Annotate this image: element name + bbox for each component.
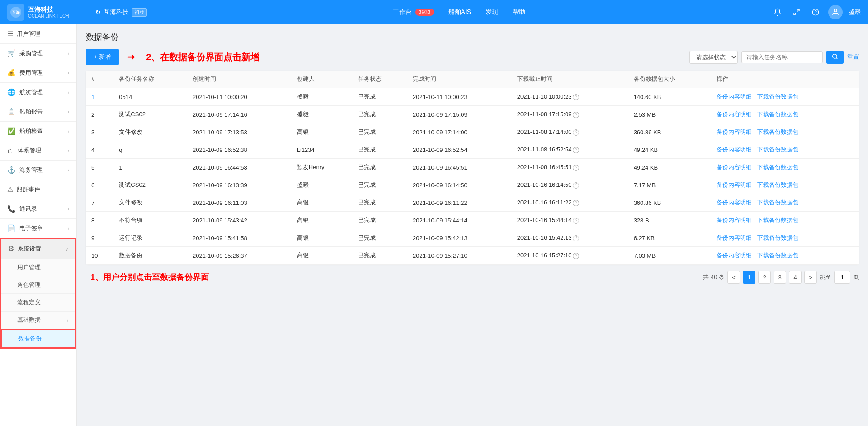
action-detail[interactable]: 备份内容明细 (717, 110, 752, 118)
status-select[interactable]: 请选择状态 (689, 51, 738, 64)
action-download[interactable]: 下载备份数据包 (757, 163, 798, 171)
add-button[interactable]: + 新增 (86, 49, 119, 65)
action-download[interactable]: 下载备份数据包 (757, 128, 798, 136)
table-row: 9 运行记录 2021-10-09 15:41:58 高银 已完成 2021-1… (86, 229, 859, 247)
sidebar-item-report[interactable]: 📋 船舶报告 › (0, 102, 76, 122)
finance-chevron: › (68, 71, 69, 76)
info-icon[interactable]: ? (573, 112, 579, 118)
sidebar-sub-role-mgmt[interactable]: 角色管理 (1, 276, 75, 294)
info-icon[interactable]: ? (573, 129, 579, 136)
user-avatar[interactable] (828, 5, 843, 19)
cell-name: 数据备份 (113, 247, 187, 265)
action-detail[interactable]: 备份内容明细 (717, 251, 752, 260)
info-icon[interactable]: ? (573, 253, 579, 259)
main-content: 数据备份 + 新增 ➜ 2、在数据备份界面点击新增 请选择状态 重置 (77, 24, 868, 426)
sidebar-item-purchase[interactable]: 🛒 采购管理 › (0, 44, 76, 63)
action-download[interactable]: 下载备份数据包 (757, 181, 798, 189)
info-icon[interactable]: ? (573, 147, 579, 153)
nav-workbench[interactable]: 工作台 3933 (393, 8, 434, 16)
info-icon[interactable]: ? (573, 94, 579, 100)
sidebar-sub-data-backup[interactable]: 数据备份 (1, 329, 75, 348)
cell-name: 不符合项 (113, 212, 187, 229)
nav-discover[interactable]: 发现 (486, 8, 498, 16)
action-detail[interactable]: 备份内容明细 (717, 216, 752, 224)
cell-status: 已完成 (353, 247, 407, 265)
action-download[interactable]: 下载备份数据包 (757, 251, 798, 260)
sidebar-item-top[interactable]: ☰ 用户管理 (0, 24, 76, 44)
svg-text:互海: 互海 (12, 10, 20, 15)
sidebar-item-esign[interactable]: 📄 电子签章 › (0, 219, 76, 238)
cell-id: 3 (86, 123, 113, 141)
sidebar-left: 🗂 体系管理 (7, 147, 41, 155)
sidebar-left: ⚓ 海务管理 (7, 166, 43, 174)
action-detail[interactable]: 备份内容明细 (717, 93, 752, 101)
sidebar-item-settings[interactable]: ⚙ 系统设置 ∨ (1, 239, 75, 259)
cell-deadline: 2021-11-08 16:52:54? (512, 141, 628, 159)
cell-name: 测试CS02 (113, 106, 187, 123)
refresh-icon[interactable]: ↻ (95, 9, 101, 16)
table-row: 8 不符合项 2021-10-09 15:43:42 高银 已完成 2021-1… (86, 212, 859, 229)
cell-size: 7.03 MB (628, 247, 711, 265)
user-name[interactable]: 盛毅 (849, 8, 861, 16)
action-download[interactable]: 下载备份数据包 (757, 199, 798, 207)
cell-status: 已完成 (353, 123, 407, 141)
contacts-label: 通讯录 (19, 205, 37, 213)
sidebar-left: 📋 船舶报告 (7, 108, 43, 116)
info-icon[interactable]: ? (573, 182, 579, 189)
cell-status: 已完成 (353, 88, 407, 106)
table-row: 3 文件修改 2021-10-09 17:13:53 高银 已完成 2021-1… (86, 123, 859, 141)
sidebar-item-systemmgmt[interactable]: 🗂 体系管理 › (0, 141, 76, 161)
action-detail[interactable]: 备份内容明细 (717, 199, 752, 207)
sidebar-left: 💰 费用管理 (7, 69, 43, 77)
action-detail[interactable]: 备份内容明细 (717, 234, 752, 242)
sidebar-item-inspection[interactable]: ✅ 船舶检查 › (0, 122, 76, 141)
cell-creator: 高银 (292, 247, 353, 265)
action-download[interactable]: 下载备份数据包 (757, 146, 798, 154)
info-icon[interactable]: ? (573, 218, 579, 224)
info-icon[interactable]: ? (573, 200, 579, 206)
action-detail[interactable]: 备份内容明细 (717, 128, 752, 136)
navigation-icon: 🌐 (7, 88, 16, 96)
sidebar-sub-basic-data[interactable]: 基础数据 › (1, 312, 75, 329)
action-download[interactable]: 下载备份数据包 (757, 216, 798, 224)
sidebar-item-maritime[interactable]: ⚓ 海务管理 › (0, 161, 76, 180)
sidebar-sub-workflow[interactable]: 流程定义 (1, 294, 75, 312)
search-input[interactable] (741, 51, 823, 63)
cell-actions: 备份内容明细 下载备份数据包 (711, 176, 859, 194)
action-detail[interactable]: 备份内容明细 (717, 163, 752, 171)
col-creator: 创建人 (292, 71, 353, 88)
info-icon[interactable]: ? (573, 235, 579, 241)
maritime-icon: ⚓ (7, 166, 16, 174)
annotation-arrow: ➜ (127, 51, 135, 63)
fullscreen-icon[interactable] (790, 6, 803, 19)
action-detail[interactable]: 备份内容明细 (717, 181, 752, 189)
sidebar-sub-user-mgmt[interactable]: 用户管理 (1, 259, 75, 276)
sidebar-item-event[interactable]: ⚠ 船舶事件 (0, 180, 76, 199)
cell-created: 2021-10-09 15:41:58 (187, 229, 292, 247)
action-detail[interactable]: 备份内容明细 (717, 146, 752, 154)
sidebar-item-navigation[interactable]: 🌐 航次管理 › (0, 83, 76, 102)
action-download[interactable]: 下载备份数据包 (757, 110, 798, 118)
nav-help[interactable]: 帮助 (513, 8, 525, 16)
cell-deadline: 2021-10-16 15:42:13? (512, 229, 628, 247)
finance-label: 费用管理 (19, 69, 43, 77)
row-id-link[interactable]: 1 (91, 94, 94, 100)
sidebar-item-finance[interactable]: 💰 费用管理 › (0, 63, 76, 83)
question-icon[interactable] (809, 6, 822, 19)
nav-ship-ais[interactable]: 船舶AIS (448, 8, 472, 16)
notification-icon[interactable] (771, 6, 784, 19)
sidebar-left: 🌐 航次管理 (7, 88, 43, 96)
page-title: 数据备份 (86, 32, 859, 43)
reset-button[interactable]: 重置 (847, 53, 859, 61)
search-button[interactable] (826, 51, 844, 64)
sidebar-left: ✅ 船舶检查 (7, 127, 43, 135)
action-download[interactable]: 下载备份数据包 (757, 93, 798, 101)
cell-creator: 盛毅 (292, 106, 353, 123)
cell-actions: 备份内容明细 下载备份数据包 (711, 194, 859, 212)
cell-created: 2021-10-09 16:44:58 (187, 159, 292, 176)
sidebar-item-contacts[interactable]: 📞 通讯录 › (0, 199, 76, 219)
cell-name: 0514 (113, 88, 187, 106)
toolbar: + 新增 ➜ 2、在数据备份界面点击新增 请选择状态 重置 (86, 49, 859, 65)
info-icon[interactable]: ? (573, 165, 579, 171)
action-download[interactable]: 下载备份数据包 (757, 234, 798, 242)
